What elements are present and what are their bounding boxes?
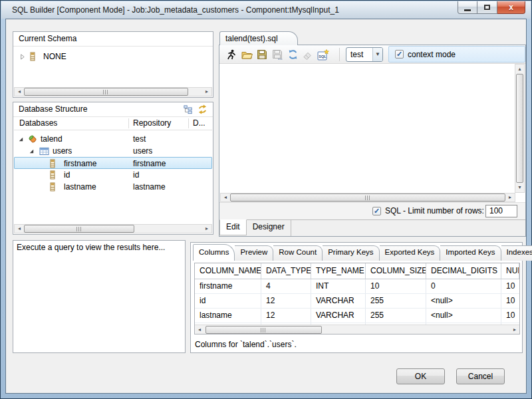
database-structure-hscrollbar[interactable]: ◂ ▸ — [14, 224, 212, 233]
sql-toolbar: SQL test ▼ ✓ context mode — [219, 45, 525, 64]
tree-row-none[interactable]: NONE — [14, 51, 212, 63]
tree-row-talend[interactable]: talend test — [14, 133, 212, 145]
cell: id — [195, 294, 261, 308]
tab-designer[interactable]: Designer — [247, 220, 291, 236]
cancel-button[interactable]: Cancel — [456, 368, 505, 384]
detail-tabs: Columns Preview Row Count Primary Keys E… — [193, 244, 521, 261]
tree-row-firstname[interactable]: firstname firstname — [14, 157, 212, 169]
scroll-left-icon[interactable]: ◂ — [195, 326, 204, 334]
tree-item-label: id — [64, 169, 70, 181]
scroll-right-icon[interactable]: ▸ — [202, 225, 211, 233]
tree-item-repository: test — [133, 133, 146, 145]
cell: VARCHAR — [311, 309, 366, 323]
header-column-name[interactable]: COLUMN_NAME — [195, 263, 261, 279]
tab-exported-keys[interactable]: Exported Keys — [380, 245, 441, 261]
column-header-databases[interactable]: Databases — [19, 117, 57, 130]
sql-vscrollbar[interactable]: ▴ ▾ — [515, 64, 525, 193]
column-header-d[interactable]: D... — [193, 117, 205, 130]
tab-imported-keys[interactable]: Imported Keys — [440, 245, 501, 261]
tree-item-repository: id — [133, 169, 139, 181]
editor-mode-tabs: Edit Designer — [219, 219, 525, 236]
scroll-right-icon[interactable]: ▸ — [510, 326, 519, 334]
cell: VARCHAR — [311, 294, 366, 308]
cell: 10 — [366, 279, 426, 293]
expand-expanded-icon[interactable] — [29, 145, 35, 157]
cell: 255 — [366, 309, 426, 323]
cell: <null> — [426, 294, 501, 308]
expand-collapsed-icon[interactable] — [19, 51, 25, 63]
table-icon — [39, 145, 49, 157]
close-button[interactable]: x — [497, 1, 525, 14]
scroll-left-icon[interactable]: ◂ — [221, 194, 230, 201]
cell: 255 — [366, 294, 426, 308]
tree-row-id[interactable]: id id — [14, 169, 212, 181]
minimize-button[interactable] — [458, 1, 477, 14]
tree-row-users[interactable]: users users — [14, 145, 212, 157]
column-header-repository[interactable]: Repository — [133, 117, 171, 130]
tab-sql-file[interactable]: talend(test).sql — [219, 31, 298, 45]
cell: 10 — [501, 309, 519, 323]
save-as-button[interactable] — [271, 48, 284, 61]
tree-item-label: talend — [41, 133, 63, 145]
column-icon — [50, 181, 55, 193]
sql-limit-row: ✓ SQL - Limit number of rows: 100 — [219, 202, 525, 219]
current-schema-hscrollbar[interactable]: ◂ ▸ — [14, 87, 212, 96]
tree-row-lastname[interactable]: lastname lastname — [14, 181, 212, 193]
scroll-right-icon[interactable]: ▸ — [202, 88, 211, 96]
context-combo[interactable]: test ▼ — [346, 47, 383, 62]
svg-text:SQL: SQL — [319, 55, 327, 59]
table-row[interactable]: id 12 VARCHAR 255 <null> 10 — [195, 294, 519, 309]
sql-limit-input[interactable]: 100 — [485, 205, 517, 217]
tree-item-label: firstname — [64, 158, 96, 170]
tree-item-repository: firstname — [133, 158, 166, 170]
detail-status-text: Columns for `talend`.`users`. — [195, 340, 297, 349]
column-icon — [50, 169, 55, 181]
table-header-row[interactable]: COLUMN_NAME DATA_TYPE TYPE_NAME COLUMN_S… — [195, 263, 519, 279]
table-hscrollbar[interactable]: ◂ ▸ — [195, 325, 519, 334]
refresh-icon[interactable] — [198, 104, 207, 114]
maximize-button[interactable] — [477, 1, 497, 14]
new-sql-editor-button[interactable]: SQL — [317, 48, 330, 61]
dialog-window: SQL Builder [Component Mode] - Job:Job_m… — [0, 0, 532, 399]
table-row[interactable]: firstname 4 INT 10 0 10 — [195, 279, 519, 294]
header-decimal-digits[interactable]: DECIMAL_DIGITS — [426, 263, 501, 279]
sql-limit-checkbox[interactable]: ✓ — [372, 207, 381, 215]
sql-hscrollbar[interactable]: ◂ ▸ — [220, 193, 515, 202]
tab-row-count[interactable]: Row Count — [273, 245, 323, 261]
title-bar[interactable]: SQL Builder [Component Mode] - Job:Job_m… — [1, 1, 531, 19]
table-row[interactable]: lastname 12 VARCHAR 255 <null> 10 — [195, 309, 519, 323]
run-query-button[interactable] — [225, 48, 238, 61]
ok-button[interactable]: OK — [396, 368, 445, 384]
cell: 12 — [261, 294, 311, 308]
header-data-type[interactable]: DATA_TYPE — [261, 263, 311, 279]
tab-columns[interactable]: Columns — [193, 244, 235, 261]
context-mode-toggle[interactable]: ✓ context mode — [388, 46, 525, 63]
scroll-left-icon[interactable]: ◂ — [15, 225, 24, 233]
refresh-sql-button[interactable] — [286, 48, 299, 61]
scroll-right-icon[interactable]: ▸ — [505, 194, 515, 201]
context-mode-checkbox[interactable]: ✓ — [395, 50, 404, 59]
scroll-up-icon[interactable]: ▴ — [515, 65, 524, 74]
expand-expanded-icon[interactable] — [18, 133, 24, 145]
collapse-tree-icon[interactable] — [184, 105, 193, 114]
detail-panel: Columns Preview Row Count Primary Keys E… — [190, 242, 523, 353]
tab-preview[interactable]: Preview — [235, 245, 273, 261]
tree-item-repository: lastname — [133, 181, 166, 193]
tab-indexes[interactable]: Indexes — [501, 245, 532, 261]
sql-query-textarea[interactable] — [220, 64, 515, 193]
column-icon — [30, 51, 35, 63]
cell: lastname — [195, 309, 261, 323]
chevron-down-icon: ▼ — [372, 48, 382, 61]
header-column-size[interactable]: COLUMN_SIZE — [366, 263, 426, 279]
scroll-left-icon[interactable]: ◂ — [15, 88, 24, 96]
clear-button[interactable] — [301, 48, 314, 61]
open-file-button[interactable] — [240, 48, 253, 61]
save-button[interactable] — [255, 48, 269, 61]
header-type-name[interactable]: TYPE_NAME — [311, 263, 366, 279]
tab-edit[interactable]: Edit — [219, 219, 247, 235]
scroll-down-icon[interactable]: ▾ — [515, 183, 524, 192]
tab-primary-keys[interactable]: Primary Keys — [323, 245, 379, 261]
tree-column-headers[interactable]: Databases Repository D... — [14, 117, 212, 130]
header-num[interactable]: NUM — [501, 263, 519, 279]
cell: 4 — [261, 279, 311, 293]
